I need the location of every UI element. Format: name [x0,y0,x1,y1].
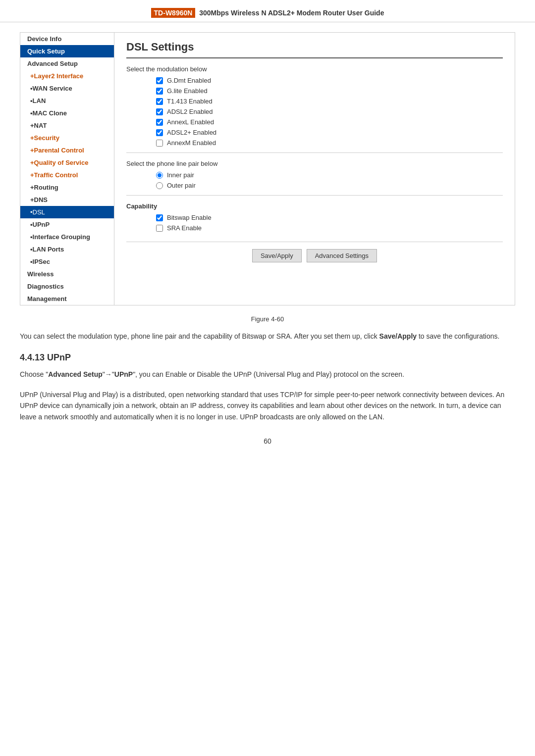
checkbox-t1413-label: T1.413 Enabled [167,98,213,105]
sidebar-item-traffic-control[interactable]: +Traffic Control [20,169,114,181]
checkbox-sra: SRA Enable [156,224,503,232]
sidebar: Device Info Quick Setup Advanced Setup +… [20,33,114,305]
sidebar-item-ipsec[interactable]: •IPSec [20,255,114,268]
sidebar-item-mac-clone[interactable]: •MAC Clone [20,107,114,119]
sidebar-item-dns[interactable]: +DNS [20,194,114,206]
checkbox-annexl-label: AnnexL Enabled [167,118,214,126]
page-title: DSL Settings [126,41,503,58]
sidebar-item-qos[interactable]: +Quality of Service [20,156,114,169]
bold-save-apply: Save/Apply [379,332,417,340]
sidebar-item-dsl[interactable]: •DSL [20,206,114,218]
button-row: Save/Apply Advanced Settings [126,242,503,262]
sidebar-item-lan[interactable]: •LAN [20,95,114,107]
capability-label: Capability [126,202,503,210]
checkbox-gdmt: G.Dmt Enabled [156,77,503,84]
upnp-bold-1: Advanced Setup [48,370,103,378]
model-badge: TD-W8960N [151,8,196,18]
sidebar-item-layer2[interactable]: +Layer2 Interface [20,70,114,82]
figure-caption: Figure 4-60 [0,315,535,323]
sidebar-item-management[interactable]: Management [20,293,114,305]
upnp-paragraph-2: UPnP (Universal Plug and Play) is a dist… [20,389,515,422]
checkbox-adsl2plus: ADSL2+ Enabled [156,129,503,136]
upnp-paragraph-1: Choose "Advanced Setup"→"UPnP", you can … [20,369,515,380]
checkbox-bitswap-input[interactable] [156,214,163,221]
phone-line-label: Select the phone line pair below [126,160,503,167]
sidebar-item-diagnostics[interactable]: Diagnostics [20,280,114,293]
divider-2 [126,195,503,196]
sidebar-item-lan-ports[interactable]: •LAN Ports [20,243,114,255]
sidebar-item-advanced-setup[interactable]: Advanced Setup [20,57,114,70]
radio-outer: Outer pair [156,182,503,189]
checkbox-annexm-label: AnnexM Enabled [167,139,216,147]
save-apply-button[interactable]: Save/Apply [252,249,302,262]
sidebar-item-parental-control[interactable]: +Parental Control [20,144,114,156]
checkbox-t1413: T1.413 Enabled [156,98,503,105]
sidebar-item-wan-service[interactable]: •WAN Service [20,82,114,95]
checkbox-glite-label: G.lite Enabled [167,87,208,95]
checkbox-adsl2plus-input[interactable] [156,129,163,136]
guide-title: 300Mbps Wireless N ADSL2+ Modem Router U… [199,9,384,17]
checkbox-annexl: AnnexL Enabled [156,118,503,126]
checkbox-glite: G.lite Enabled [156,87,503,95]
checkbox-gdmt-label: G.Dmt Enabled [167,77,211,84]
checkbox-adsl2-input[interactable] [156,108,163,115]
checkbox-gdmt-input[interactable] [156,77,163,84]
checkbox-adsl2-label: ADSL2 Enabled [167,108,213,115]
checkbox-annexl-input[interactable] [156,119,163,126]
radio-outer-label: Outer pair [167,182,196,189]
checkbox-annexm: AnnexM Enabled [156,139,503,147]
content-area: DSL Settings Select the modulation below… [114,33,515,305]
radio-inner-input[interactable] [156,172,163,179]
page-number: 60 [0,437,535,445]
main-layout: Device Info Quick Setup Advanced Setup +… [20,32,515,305]
checkbox-annexm-input[interactable] [156,140,163,147]
checkbox-t1413-input[interactable] [156,98,163,105]
checkbox-adsl2: ADSL2 Enabled [156,108,503,115]
body-paragraph-1: You can select the modulation type, phon… [20,331,515,342]
radio-inner-label: Inner pair [167,171,194,179]
sidebar-item-interface-grouping[interactable]: •Interface Grouping [20,231,114,243]
sidebar-item-routing[interactable]: +Routing [20,181,114,194]
upnp-bold-2: UPnP [114,370,133,378]
checkbox-bitswap-label: Bitswap Enable [167,214,212,221]
sidebar-item-nat[interactable]: +NAT [20,119,114,132]
sidebar-item-upnp[interactable]: •UPnP [20,218,114,231]
radio-inner: Inner pair [156,171,503,179]
radio-outer-input[interactable] [156,182,163,189]
sidebar-item-security[interactable]: +Security [20,132,114,144]
checkbox-adsl2plus-label: ADSL2+ Enabled [167,129,216,136]
divider-1 [126,152,503,153]
section-heading-upnp: 4.4.13 UPnP [20,353,515,363]
sidebar-item-wireless[interactable]: Wireless [20,268,114,280]
sidebar-item-device-info[interactable]: Device Info [20,33,114,45]
sidebar-item-quick-setup[interactable]: Quick Setup [20,45,114,57]
checkbox-glite-input[interactable] [156,88,163,95]
advanced-settings-button[interactable]: Advanced Settings [307,249,377,262]
checkbox-sra-label: SRA Enable [167,224,202,232]
page-header: TD-W8960N 300Mbps Wireless N ADSL2+ Mode… [0,0,535,22]
modulation-label: Select the modulation below [126,65,503,73]
checkbox-sra-input[interactable] [156,225,163,232]
checkbox-bitswap: Bitswap Enable [156,214,503,221]
